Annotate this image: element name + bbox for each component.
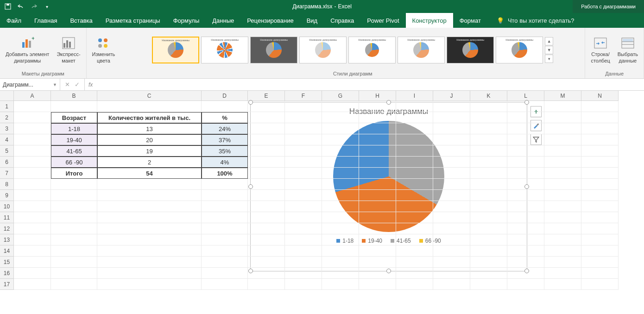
cell[interactable] bbox=[51, 201, 97, 212]
cell[interactable] bbox=[470, 245, 507, 257]
row-header[interactable]: 4 bbox=[0, 134, 14, 145]
cell[interactable] bbox=[51, 179, 97, 190]
gallery-down-icon[interactable]: ▼ bbox=[545, 46, 553, 54]
cell[interactable] bbox=[285, 201, 322, 212]
cell[interactable] bbox=[544, 112, 581, 123]
tab-view[interactable]: Вид bbox=[300, 13, 324, 28]
cell[interactable] bbox=[97, 223, 202, 234]
column-header[interactable]: D bbox=[202, 91, 248, 101]
chart-style-4[interactable]: Название диаграммы bbox=[299, 37, 347, 63]
cell[interactable] bbox=[470, 179, 507, 190]
cell[interactable] bbox=[433, 123, 470, 134]
select-data-button[interactable]: Выбрать данные bbox=[616, 35, 640, 64]
formula-input[interactable] bbox=[96, 79, 644, 90]
cell[interactable] bbox=[507, 234, 544, 245]
cell[interactable] bbox=[248, 245, 285, 257]
chart-style-7[interactable]: Название диаграммы bbox=[447, 37, 494, 63]
cell[interactable] bbox=[581, 179, 619, 190]
cell[interactable] bbox=[285, 179, 322, 190]
cell[interactable]: 20 bbox=[97, 134, 202, 145]
cell[interactable] bbox=[359, 201, 396, 212]
cell[interactable] bbox=[544, 145, 581, 157]
cell[interactable] bbox=[433, 212, 470, 223]
cell[interactable] bbox=[322, 201, 359, 212]
cell[interactable] bbox=[51, 190, 97, 201]
cell[interactable] bbox=[581, 268, 619, 279]
cell[interactable] bbox=[248, 168, 285, 179]
cell[interactable]: % bbox=[202, 112, 248, 123]
cell[interactable] bbox=[433, 157, 470, 168]
cell[interactable] bbox=[433, 134, 470, 145]
cell[interactable] bbox=[248, 145, 285, 157]
undo-icon[interactable] bbox=[17, 2, 25, 11]
cell[interactable] bbox=[507, 212, 544, 223]
cell[interactable] bbox=[544, 101, 581, 112]
tell-me-search[interactable]: 💡 Что вы хотите сделать? bbox=[497, 13, 575, 28]
select-all-corner[interactable] bbox=[0, 91, 14, 101]
cell[interactable] bbox=[544, 245, 581, 257]
cell[interactable] bbox=[544, 212, 581, 223]
cell[interactable] bbox=[470, 145, 507, 157]
cell[interactable] bbox=[359, 123, 396, 134]
cell[interactable] bbox=[396, 179, 433, 190]
cell[interactable] bbox=[544, 168, 581, 179]
cell[interactable]: 2 bbox=[97, 157, 202, 168]
cell[interactable] bbox=[248, 257, 285, 268]
cell[interactable] bbox=[322, 123, 359, 134]
cell[interactable] bbox=[507, 157, 544, 168]
cell[interactable] bbox=[396, 268, 433, 279]
cell[interactable] bbox=[285, 212, 322, 223]
cell[interactable] bbox=[14, 179, 51, 190]
cell[interactable] bbox=[544, 234, 581, 245]
tab-formulas[interactable]: Формулы bbox=[167, 13, 206, 28]
cell[interactable] bbox=[202, 190, 248, 201]
cell[interactable] bbox=[359, 234, 396, 245]
cell[interactable] bbox=[51, 223, 97, 234]
cell[interactable] bbox=[507, 190, 544, 201]
cell[interactable]: 54 bbox=[97, 168, 202, 179]
cell[interactable] bbox=[507, 201, 544, 212]
cell[interactable] bbox=[359, 134, 396, 145]
cell[interactable] bbox=[396, 245, 433, 257]
cell[interactable] bbox=[544, 179, 581, 190]
cell[interactable] bbox=[202, 179, 248, 190]
cell[interactable] bbox=[97, 212, 202, 223]
cell[interactable] bbox=[396, 234, 433, 245]
cell[interactable] bbox=[359, 179, 396, 190]
name-box[interactable]: Диаграмм... ▼ bbox=[0, 79, 60, 90]
cell[interactable] bbox=[202, 234, 248, 245]
row-header[interactable]: 5 bbox=[0, 145, 14, 157]
cell[interactable] bbox=[470, 201, 507, 212]
cell[interactable] bbox=[202, 268, 248, 279]
row-header[interactable]: 13 bbox=[0, 234, 14, 245]
cell[interactable] bbox=[581, 190, 619, 201]
cell[interactable] bbox=[581, 257, 619, 268]
cell[interactable] bbox=[544, 157, 581, 168]
tab-insert[interactable]: Вставка bbox=[63, 13, 99, 28]
cell[interactable] bbox=[544, 257, 581, 268]
cell[interactable] bbox=[507, 134, 544, 145]
name-box-dropdown-icon[interactable]: ▼ bbox=[53, 82, 57, 87]
column-header[interactable]: K bbox=[470, 91, 507, 101]
cell[interactable] bbox=[507, 145, 544, 157]
cell[interactable] bbox=[544, 268, 581, 279]
cell[interactable] bbox=[507, 257, 544, 268]
cell[interactable] bbox=[470, 223, 507, 234]
cell[interactable] bbox=[359, 279, 396, 290]
cell[interactable] bbox=[322, 245, 359, 257]
cell[interactable] bbox=[396, 212, 433, 223]
cell[interactable] bbox=[14, 134, 51, 145]
cell[interactable] bbox=[544, 201, 581, 212]
cell[interactable] bbox=[581, 168, 619, 179]
cell[interactable] bbox=[359, 190, 396, 201]
cell[interactable] bbox=[433, 268, 470, 279]
cell[interactable] bbox=[14, 268, 51, 279]
cell[interactable]: 100% bbox=[202, 168, 248, 179]
cell[interactable] bbox=[14, 257, 51, 268]
cell[interactable] bbox=[396, 157, 433, 168]
cell[interactable] bbox=[470, 112, 507, 123]
row-header[interactable]: 12 bbox=[0, 223, 14, 234]
cell[interactable]: 66 -90 bbox=[51, 157, 97, 168]
cell[interactable] bbox=[581, 134, 619, 145]
cell[interactable] bbox=[470, 157, 507, 168]
